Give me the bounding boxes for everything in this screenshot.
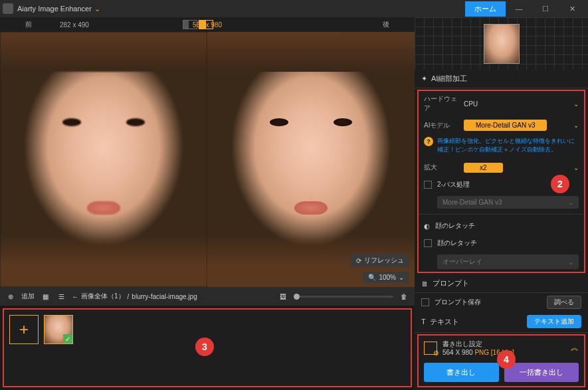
export-dims: 564 X 980 (442, 349, 473, 356)
chevron-down-icon: ⌄ (573, 100, 579, 108)
export-title: 書き出し設定 (442, 340, 514, 349)
ai-settings-group: ハードウェア CPU ⌄ AIモデル More-Detail GAN v3 ⌄ … (417, 90, 585, 273)
model-desc-text: 画像細部を強化、ピクセルと微細な特徴をきれいに補正！ピンボケ自動補正＋ノイズ自動… (437, 138, 575, 153)
text-icon: T (421, 318, 426, 326)
ai-icon: ✦ (421, 74, 427, 83)
home-button[interactable]: ホーム (465, 1, 506, 17)
preview-area: ⟳ リフレッシュ 🔍 100% ⌄ (0, 32, 415, 287)
preview-before[interactable] (0, 32, 207, 287)
face-section-label: 顔のレタッチ (435, 221, 475, 231)
title-chevron-icon[interactable]: ⌄ (94, 5, 100, 13)
preview-after[interactable] (207, 32, 415, 287)
help-icon[interactable]: ? (424, 137, 433, 146)
collapse-icon[interactable]: ︽ (571, 342, 579, 353)
left-pane: 前 282 x 490 564 x 980 後 ⟳ リフレッシュ 🔍 100% (0, 17, 415, 390)
after-label: 後 (383, 20, 389, 29)
chevron-down-icon: ⌄ (573, 164, 579, 171)
scale-row[interactable]: 拡大 x2 ⌄ (419, 159, 584, 176)
chevron-down-icon: ⌄ (399, 274, 404, 281)
before-label: 前 (25, 20, 32, 29)
thumbnail-preview (415, 17, 588, 70)
zoom-value: 100% (379, 274, 396, 281)
overlay-value: オーバーレイ (442, 257, 482, 266)
face-retouch-row[interactable]: 顔のレタッチ (419, 235, 584, 252)
export-group: 書き出し設定 564 X 980 PNG [16 bits] ︽ 書き出し 一括… (417, 334, 585, 387)
check-icon: ✓ (63, 334, 72, 343)
zoom-control[interactable]: 🔍 100% ⌄ (363, 272, 409, 283)
refresh-button[interactable]: ⟳ リフレッシュ (351, 254, 409, 267)
chevron-down-icon: ⌄ (573, 122, 579, 129)
search-icon: 🔍 (368, 274, 376, 281)
annotation-badge-4: 4 (497, 350, 516, 369)
document-icon: 🗎 (421, 280, 429, 288)
breadcrumb: ← 画像全体（1） / blurry-facial-image.jpg (72, 292, 197, 301)
scale-label: 拡大 (424, 163, 458, 172)
text-add-button[interactable]: テキスト追加 (527, 315, 581, 328)
model-label: AIモデル (424, 121, 458, 130)
prompt-compare-button[interactable]: 調べる (547, 296, 581, 309)
twopass-model-select[interactable]: More-Detail GAN v3 ⌄ (437, 196, 579, 209)
add-icon[interactable]: ⊕ (5, 291, 16, 302)
annotation-badge-3: 3 (195, 338, 214, 356)
right-panel: ✦ AI細部加工 ハードウェア CPU ⌄ AIモデル More-Detail … (415, 17, 588, 390)
prompt-save-checkbox[interactable] (421, 298, 429, 306)
hardware-value: CPU (464, 100, 478, 108)
ai-detail-section-header[interactable]: ✦ AI細部加工 (415, 70, 588, 88)
grid-view-icon[interactable]: ▦ (40, 291, 50, 302)
prompt-section-label: プロンプト (433, 278, 469, 288)
ai-section-label: AI細部加工 (431, 74, 467, 84)
refresh-label: リフレッシュ (364, 256, 404, 265)
image-icon[interactable]: 🖼 (278, 291, 288, 302)
footer-bar: ⊕ 追加 ▦ ☰ ← 画像全体（1） / blurry-facial-image… (0, 287, 415, 306)
title-bar: Aiarty Image Enhancer ⌄ ホーム — ☐ ✕ (0, 0, 588, 17)
export-button[interactable]: 書き出し (424, 363, 499, 382)
scale-value: x2 (464, 163, 503, 173)
after-dimensions: 564 x 980 (193, 21, 222, 29)
add-label[interactable]: 追加 (21, 292, 35, 301)
prompt-section-header[interactable]: 🗎 プロンプト (415, 274, 588, 293)
add-image-button[interactable]: + (9, 315, 39, 344)
text-section-label: テキスト (430, 317, 459, 327)
thumbnail-item[interactable]: ✓ (44, 315, 73, 344)
minimize-button[interactable]: — (506, 5, 532, 13)
face-icon: ◐ (424, 223, 430, 230)
face-retouch-checkbox[interactable] (424, 239, 432, 247)
breadcrumb-sep: / (128, 293, 130, 300)
model-row[interactable]: AIモデル More-Detail GAN v3 ⌄ (419, 116, 584, 134)
app-logo (3, 3, 13, 14)
annotation-badge-2: 2 (551, 175, 569, 193)
thumbnail-preview-image (484, 24, 520, 64)
hardware-label: ハードウェア (424, 94, 458, 113)
breadcrumb-back-icon[interactable]: ← (72, 293, 78, 300)
prompt-save-row: プロンプト保存 調べる (415, 293, 588, 311)
face-retouch-label: 顔のレタッチ (437, 239, 477, 248)
close-button[interactable]: ✕ (559, 5, 585, 13)
twopass-checkbox[interactable] (424, 181, 432, 189)
breadcrumb-all[interactable]: 画像全体（1） (81, 292, 125, 301)
overlay-row: オーバーレイ ⌄ (419, 252, 584, 272)
model-value: More-Detail GAN v3 (464, 120, 547, 131)
maximize-button[interactable]: ☐ (532, 5, 559, 13)
thumbnail-strip: + ✓ 3 (3, 308, 412, 387)
model-description: ? 画像細部を強化、ピクセルと微細な特徴をきれいに補正！ピンボケ自動補正＋ノイズ… (419, 134, 584, 159)
prompt-save-label: プロンプト保存 (435, 298, 481, 307)
before-dimensions: 282 x 490 (60, 21, 89, 29)
face-retouch-header: ◐ 顔のレタッチ (419, 217, 584, 235)
trash-icon[interactable]: 🗑 (399, 291, 409, 302)
export-settings-icon[interactable] (424, 341, 437, 355)
dimension-bar: 前 282 x 490 564 x 980 後 (0, 17, 415, 32)
zoom-slider[interactable] (294, 296, 393, 298)
text-section-header: T テキスト テキスト追加 (415, 311, 588, 333)
app-title: Aiarty Image Enhancer (17, 5, 92, 13)
refresh-icon: ⟳ (356, 257, 361, 264)
list-view-icon[interactable]: ☰ (56, 291, 66, 302)
overlay-select[interactable]: オーバーレイ ⌄ (437, 254, 579, 269)
twopass-model-row: More-Detail GAN v3 ⌄ (419, 193, 584, 211)
twopass-model-value: More-Detail GAN v3 (442, 199, 502, 206)
breadcrumb-filename: blurry-facial-image.jpg (132, 293, 197, 300)
batch-export-button[interactable]: 一括書き出し (504, 363, 579, 382)
chevron-down-icon: ⌄ (568, 258, 573, 266)
hardware-row[interactable]: ハードウェア CPU ⌄ (419, 91, 584, 116)
twopass-label: 2-パス処理 (437, 180, 470, 189)
chevron-down-icon: ⌄ (568, 199, 573, 206)
